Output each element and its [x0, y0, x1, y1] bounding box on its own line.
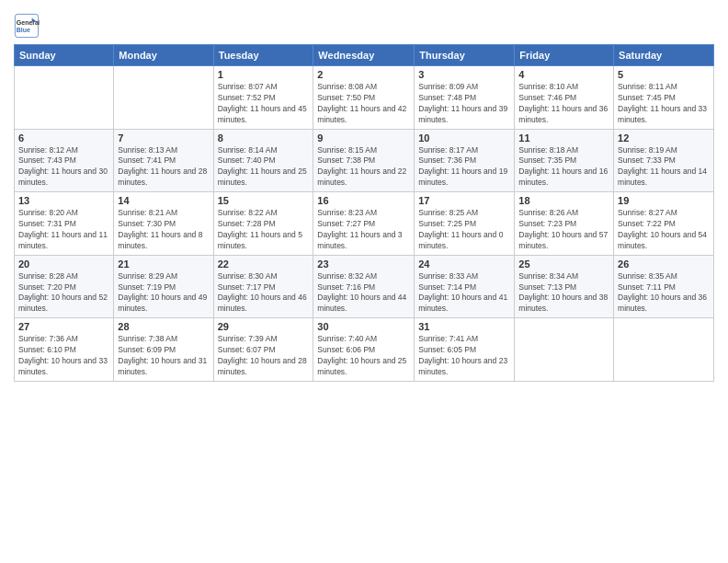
day-number: 4 [518, 69, 609, 80]
calendar-cell: 23Sunrise: 8:32 AM Sunset: 7:16 PM Dayli… [313, 255, 415, 318]
svg-text:General: General [17, 19, 40, 26]
calendar-cell: 22Sunrise: 8:30 AM Sunset: 7:17 PM Dayli… [213, 255, 313, 318]
day-info: Sunrise: 8:19 AM Sunset: 7:33 PM Dayligh… [618, 145, 710, 190]
day-info: Sunrise: 8:27 AM Sunset: 7:22 PM Dayligh… [618, 208, 710, 252]
calendar-week-2: 6Sunrise: 8:12 AM Sunset: 7:43 PM Daylig… [15, 129, 714, 192]
calendar-cell: 26Sunrise: 8:35 AM Sunset: 7:11 PM Dayli… [614, 255, 714, 318]
calendar-cell: 8Sunrise: 8:14 AM Sunset: 7:40 PM Daylig… [213, 129, 313, 192]
day-number: 11 [518, 132, 609, 144]
day-number: 7 [118, 132, 209, 144]
day-info: Sunrise: 7:40 AM Sunset: 6:06 PM Dayligh… [317, 334, 410, 378]
day-info: Sunrise: 8:30 AM Sunset: 7:17 PM Dayligh… [218, 271, 310, 316]
calendar-header: SundayMondayTuesdayWednesdayThursdayFrid… [15, 45, 714, 66]
logo: General Blue [14, 13, 43, 39]
weekday-header-row: SundayMondayTuesdayWednesdayThursdayFrid… [15, 45, 714, 66]
calendar-cell: 14Sunrise: 8:21 AM Sunset: 7:30 PM Dayli… [114, 192, 213, 256]
day-info: Sunrise: 8:09 AM Sunset: 7:48 PM Dayligh… [418, 82, 510, 126]
calendar-week-1: 1Sunrise: 8:07 AM Sunset: 7:52 PM Daylig… [15, 66, 714, 130]
calendar-week-4: 20Sunrise: 8:28 AM Sunset: 7:20 PM Dayli… [15, 255, 714, 318]
calendar-cell: 30Sunrise: 7:40 AM Sunset: 6:06 PM Dayli… [313, 318, 415, 382]
day-number: 24 [418, 259, 510, 270]
day-info: Sunrise: 7:38 AM Sunset: 6:09 PM Dayligh… [118, 334, 209, 378]
day-number: 19 [618, 195, 710, 206]
day-number: 3 [418, 69, 510, 80]
day-info: Sunrise: 8:13 AM Sunset: 7:41 PM Dayligh… [118, 145, 209, 190]
page: General Blue SundayMondayTuesdayWednesda… [0, 0, 728, 563]
day-info: Sunrise: 8:22 AM Sunset: 7:28 PM Dayligh… [218, 208, 310, 252]
day-number: 23 [317, 259, 410, 270]
day-number: 5 [618, 69, 710, 80]
calendar-cell: 29Sunrise: 7:39 AM Sunset: 6:07 PM Dayli… [213, 318, 313, 382]
calendar-cell: 31Sunrise: 7:41 AM Sunset: 6:05 PM Dayli… [415, 318, 515, 382]
day-number: 1 [218, 69, 310, 80]
calendar-table: SundayMondayTuesdayWednesdayThursdayFrid… [14, 44, 714, 382]
day-number: 16 [317, 195, 410, 206]
day-number: 6 [18, 132, 109, 144]
day-number: 9 [317, 132, 410, 144]
calendar-week-3: 13Sunrise: 8:20 AM Sunset: 7:31 PM Dayli… [15, 192, 714, 256]
day-info: Sunrise: 8:17 AM Sunset: 7:36 PM Dayligh… [418, 145, 510, 190]
calendar-cell: 12Sunrise: 8:19 AM Sunset: 7:33 PM Dayli… [614, 129, 714, 192]
calendar-cell: 25Sunrise: 8:34 AM Sunset: 7:13 PM Dayli… [515, 255, 614, 318]
calendar-cell: 11Sunrise: 8:18 AM Sunset: 7:35 PM Dayli… [515, 129, 614, 192]
calendar-cell: 21Sunrise: 8:29 AM Sunset: 7:19 PM Dayli… [114, 255, 213, 318]
calendar-cell: 7Sunrise: 8:13 AM Sunset: 7:41 PM Daylig… [114, 129, 213, 192]
day-info: Sunrise: 8:20 AM Sunset: 7:31 PM Dayligh… [18, 208, 109, 252]
day-number: 17 [418, 195, 510, 206]
svg-rect-0 [15, 14, 38, 37]
day-info: Sunrise: 8:25 AM Sunset: 7:25 PM Dayligh… [418, 208, 510, 252]
day-number: 18 [518, 195, 609, 206]
calendar-cell: 27Sunrise: 7:36 AM Sunset: 6:10 PM Dayli… [15, 318, 114, 382]
day-info: Sunrise: 8:28 AM Sunset: 7:20 PM Dayligh… [18, 271, 109, 316]
day-number: 29 [218, 321, 310, 332]
calendar-cell: 1Sunrise: 8:07 AM Sunset: 7:52 PM Daylig… [213, 66, 313, 130]
day-number: 25 [518, 259, 609, 270]
day-number: 10 [418, 132, 510, 144]
day-info: Sunrise: 8:26 AM Sunset: 7:23 PM Dayligh… [518, 208, 609, 252]
calendar-cell: 18Sunrise: 8:26 AM Sunset: 7:23 PM Dayli… [515, 192, 614, 256]
day-number: 12 [618, 132, 710, 144]
weekday-header-sunday: Sunday [15, 45, 114, 66]
calendar-cell: 9Sunrise: 8:15 AM Sunset: 7:38 PM Daylig… [313, 129, 415, 192]
calendar-cell: 4Sunrise: 8:10 AM Sunset: 7:46 PM Daylig… [515, 66, 614, 130]
calendar-cell [515, 318, 614, 382]
calendar-cell: 2Sunrise: 8:08 AM Sunset: 7:50 PM Daylig… [313, 66, 415, 130]
day-number: 31 [418, 321, 510, 332]
day-number: 14 [118, 195, 209, 206]
day-number: 22 [218, 259, 310, 270]
weekday-header-tuesday: Tuesday [213, 45, 313, 66]
day-info: Sunrise: 8:10 AM Sunset: 7:46 PM Dayligh… [518, 82, 609, 126]
weekday-header-saturday: Saturday [614, 45, 714, 66]
day-number: 8 [218, 132, 310, 144]
weekday-header-friday: Friday [515, 45, 614, 66]
calendar-cell: 17Sunrise: 8:25 AM Sunset: 7:25 PM Dayli… [415, 192, 515, 256]
day-info: Sunrise: 8:12 AM Sunset: 7:43 PM Dayligh… [18, 145, 109, 190]
day-info: Sunrise: 7:41 AM Sunset: 6:05 PM Dayligh… [418, 334, 510, 378]
header: General Blue [14, 9, 714, 39]
day-info: Sunrise: 7:36 AM Sunset: 6:10 PM Dayligh… [18, 334, 109, 378]
day-number: 26 [618, 259, 710, 270]
calendar-cell [614, 318, 714, 382]
day-number: 20 [18, 259, 109, 270]
calendar-cell: 3Sunrise: 8:09 AM Sunset: 7:48 PM Daylig… [415, 66, 515, 130]
calendar-cell: 13Sunrise: 8:20 AM Sunset: 7:31 PM Dayli… [15, 192, 114, 256]
day-number: 27 [18, 321, 109, 332]
day-info: Sunrise: 8:32 AM Sunset: 7:16 PM Dayligh… [317, 271, 410, 316]
calendar-body: 1Sunrise: 8:07 AM Sunset: 7:52 PM Daylig… [15, 66, 714, 382]
day-info: Sunrise: 8:21 AM Sunset: 7:30 PM Dayligh… [118, 208, 209, 252]
calendar-cell: 10Sunrise: 8:17 AM Sunset: 7:36 PM Dayli… [415, 129, 515, 192]
day-info: Sunrise: 8:08 AM Sunset: 7:50 PM Dayligh… [317, 82, 410, 126]
logo-icon: General Blue [14, 13, 40, 39]
calendar-cell: 20Sunrise: 8:28 AM Sunset: 7:20 PM Dayli… [15, 255, 114, 318]
calendar-cell: 15Sunrise: 8:22 AM Sunset: 7:28 PM Dayli… [213, 192, 313, 256]
day-info: Sunrise: 8:11 AM Sunset: 7:45 PM Dayligh… [618, 82, 710, 126]
day-number: 28 [118, 321, 209, 332]
calendar-cell [15, 66, 114, 130]
calendar-week-5: 27Sunrise: 7:36 AM Sunset: 6:10 PM Dayli… [15, 318, 714, 382]
day-number: 13 [18, 195, 109, 206]
day-info: Sunrise: 8:33 AM Sunset: 7:14 PM Dayligh… [418, 271, 510, 316]
day-number: 21 [118, 259, 209, 270]
day-info: Sunrise: 8:23 AM Sunset: 7:27 PM Dayligh… [317, 208, 410, 252]
weekday-header-thursday: Thursday [415, 45, 515, 66]
calendar-cell: 6Sunrise: 8:12 AM Sunset: 7:43 PM Daylig… [15, 129, 114, 192]
